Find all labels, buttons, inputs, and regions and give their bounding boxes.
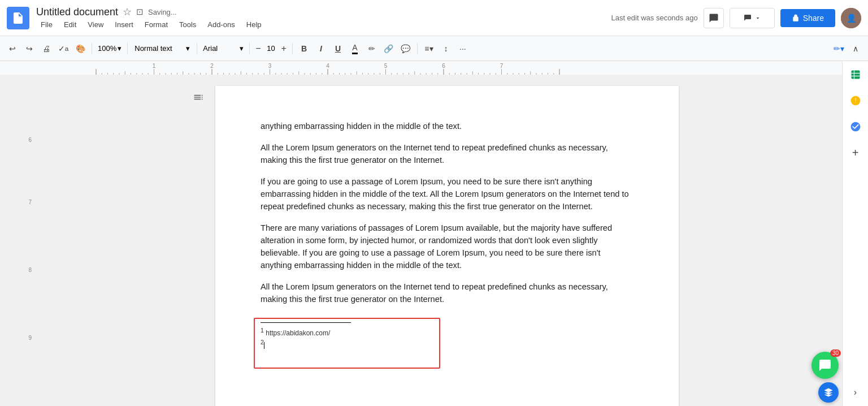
separator-2 (127, 43, 128, 54)
plus-icon[interactable]: + (847, 144, 865, 162)
bold-button[interactable]: B (296, 41, 312, 57)
ai-button[interactable] (818, 382, 839, 403)
sheets-icon[interactable] (847, 66, 865, 84)
style-chevron: ▾ (186, 44, 190, 53)
separator-6 (417, 43, 418, 54)
paragraph-3: If you are going to use a passage of Lor… (261, 175, 633, 213)
text-cursor (264, 342, 264, 349)
ruler-canvas (0, 61, 868, 75)
doc-title: Untitled document ☆ ⊡ Saving... (36, 6, 266, 18)
svg-rect-2 (851, 71, 860, 79)
left-margin: 6 7 8 9 (0, 75, 34, 406)
ruler-num-9: 9 (28, 335, 32, 341)
toolbar: ↩ ↪ 🖨 ✓a 🎨 100% ▾ Normal text ▾ Arial ▾ … (0, 36, 868, 61)
highlight-button[interactable]: ✏ (364, 41, 380, 57)
title-area: Untitled document ☆ ⊡ Saving... File Edi… (36, 6, 266, 30)
top-bar: Untitled document ☆ ⊡ Saving... File Edi… (0, 0, 868, 36)
footnote-area: 1 https://abidakon.com/ 2 (261, 322, 633, 350)
link-button[interactable]: 🔗 (381, 41, 397, 57)
chat-badge: 30 (830, 349, 841, 357)
outline-icon[interactable] (193, 92, 204, 105)
docs-logo (7, 7, 29, 29)
collapse-toolbar-button[interactable]: ∧ (848, 41, 863, 57)
footnote-1: 1 https://abidakon.com/ (261, 326, 633, 338)
user-avatar[interactable]: 👤 (841, 8, 861, 28)
menu-tools[interactable]: Tools (175, 19, 201, 30)
font-size-area: − 10 + (253, 44, 289, 54)
paragraph-1: anything embarrassing hidden in the midd… (261, 120, 633, 132)
print-button[interactable]: 🖨 (38, 41, 54, 57)
footnote-2: 2 (261, 338, 633, 350)
svg-text:!: ! (854, 97, 856, 103)
spellcheck-button[interactable]: ✓a (55, 41, 71, 57)
edit-mode-button[interactable]: ✏▾ (831, 41, 847, 57)
menu-edit[interactable]: Edit (59, 19, 81, 30)
underline-label: U (335, 44, 341, 53)
tasks-icon[interactable]: ! (847, 92, 865, 110)
font-size-increase[interactable]: + (279, 44, 289, 54)
ruler-num-6: 6 (28, 137, 32, 143)
paragraph-5: All the Lorem Ipsum generators on the In… (261, 280, 633, 305)
present-button[interactable] (730, 8, 775, 28)
last-edit-text: Last edit was seconds ago (611, 14, 697, 22)
paragraph-4: There are many variations of passages of… (261, 222, 633, 271)
style-selector[interactable]: Normal text ▾ (131, 43, 193, 54)
separator-3 (197, 43, 197, 54)
chat-button[interactable]: 30 (811, 352, 839, 379)
font-size-value[interactable]: 10 (264, 44, 278, 53)
font-selector[interactable]: Arial ▾ (201, 43, 246, 54)
share-button[interactable]: Share (780, 9, 835, 27)
main-area: 6 7 8 9 anything embarrassing hidden in … (0, 75, 868, 406)
font-color-button[interactable]: A (347, 41, 363, 57)
star-icon[interactable]: ☆ (123, 6, 132, 18)
doc-title-text[interactable]: Untitled document (36, 6, 118, 18)
comment-inline-button[interactable]: 💬 (398, 41, 414, 57)
bold-label: B (301, 44, 307, 53)
expand-icon[interactable]: › (847, 383, 865, 401)
undo-button[interactable]: ↩ (5, 41, 20, 57)
font-value: Arial (203, 44, 218, 53)
separator-5 (292, 43, 293, 54)
align-button[interactable]: ≡▾ (421, 41, 437, 57)
font-chevron: ▾ (240, 44, 244, 53)
document-container[interactable]: anything embarrassing hidden in the midd… (34, 75, 860, 406)
line-spacing-button[interactable]: ↕ (438, 41, 454, 57)
zoom-value: 100% (98, 44, 116, 53)
share-label: Share (803, 14, 824, 23)
menu-format[interactable]: Format (140, 19, 172, 30)
underline-button[interactable]: U (330, 41, 346, 57)
menu-view[interactable]: View (83, 19, 108, 30)
more-button[interactable]: ··· (455, 41, 471, 57)
footnote-1-url: https://abidakon.com/ (266, 329, 330, 337)
separator-1 (92, 43, 92, 54)
zoom-chevron: ▾ (118, 44, 121, 53)
menu-insert[interactable]: Insert (110, 19, 138, 30)
todo-icon[interactable] (847, 118, 865, 136)
top-right-area: Last edit was seconds ago Share 👤 (611, 8, 861, 28)
ruler-num-8: 8 (28, 267, 32, 273)
document-page: anything embarrassing hidden in the midd… (215, 86, 679, 406)
font-size-decrease[interactable]: − (253, 44, 263, 54)
far-right-panel: ! + › (842, 61, 868, 406)
italic-label: I (320, 44, 322, 53)
drive-icon[interactable]: ⊡ (136, 7, 144, 17)
paragraph-2: All the Lorem Ipsum generators on the In… (261, 141, 633, 166)
zoom-selector[interactable]: 100% ▾ (96, 43, 124, 54)
menu-help[interactable]: Help (242, 19, 266, 30)
separator-4 (249, 43, 250, 54)
comment-button[interactable] (704, 8, 724, 28)
ruler-num-7: 7 (28, 199, 32, 205)
footnote-1-num: 1 (261, 327, 264, 334)
paint-format-button[interactable]: 🎨 (72, 41, 88, 57)
menu-file[interactable]: File (36, 19, 57, 30)
menu-addons[interactable]: Add-ons (203, 19, 239, 30)
ruler (0, 61, 868, 75)
saving-status: Saving... (148, 8, 177, 16)
redo-button[interactable]: ↪ (21, 41, 37, 57)
italic-button[interactable]: I (313, 41, 329, 57)
menu-bar: File Edit View Insert Format Tools Add-o… (36, 19, 266, 30)
style-value: Normal text (134, 44, 172, 53)
svg-text:👤: 👤 (847, 14, 857, 23)
footnote-separator (261, 322, 351, 323)
